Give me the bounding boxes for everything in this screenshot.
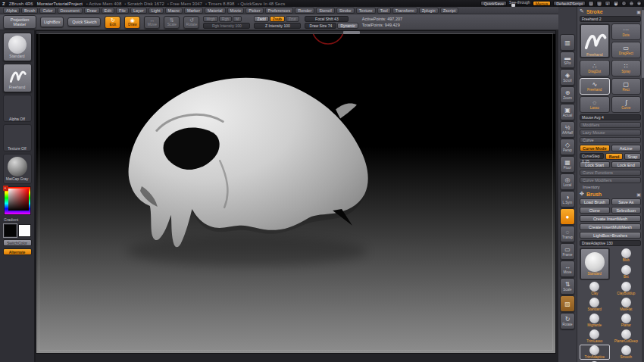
- right-shelf-button[interactable]: ●: [560, 208, 575, 225]
- quick-sketch-button[interactable]: Quick Sketch: [67, 17, 101, 27]
- menu-item[interactable]: File: [116, 8, 129, 14]
- secondary-color-swatch[interactable]: [18, 224, 31, 237]
- create-insertmultimesh-button[interactable]: Create InsertMultiMesh: [580, 223, 641, 230]
- titlebar-icon[interactable]: ▤: [588, 1, 594, 6]
- brush-button[interactable]: Blob: [611, 248, 642, 263]
- current-brush-slot[interactable]: Standard: [3, 33, 32, 61]
- save-as-button[interactable]: Save As: [611, 198, 642, 205]
- stroke-type-button[interactable]: ∴ DragDot: [580, 60, 610, 76]
- menu-item[interactable]: Tool: [377, 8, 391, 14]
- brush-button[interactable]: Smooth: [611, 345, 642, 360]
- right-shelf-button[interactable]: ◇ Persp: [560, 139, 575, 155]
- rgb-button[interactable]: Rgb: [219, 16, 232, 22]
- menu-item[interactable]: Document: [58, 8, 83, 14]
- canvas-top-scrollbar[interactable]: [36, 31, 555, 34]
- brush-button[interactable]: Standard: [580, 297, 610, 312]
- menu-item[interactable]: Draw: [84, 8, 100, 14]
- see-through-track[interactable]: [511, 5, 528, 6]
- zsub-button[interactable]: Zsub: [270, 16, 285, 22]
- window-control-button[interactable]: □: [629, 1, 634, 6]
- stroke-top-slider[interactable]: Freehand 2: [580, 16, 641, 22]
- zcut-button[interactable]: Zcut: [286, 16, 299, 22]
- titlebar-icon[interactable]: ◐: [605, 1, 611, 6]
- right-shelf-button[interactable]: ⇅ Scale: [560, 278, 575, 295]
- window-control-button[interactable]: –: [621, 1, 627, 6]
- menu-item[interactable]: Transform: [392, 8, 417, 14]
- brush-button[interactable]: PlanarCutDeep: [611, 329, 642, 344]
- right-shelf-button[interactable]: ◑ L.Sym: [560, 191, 575, 208]
- stroke-type-button[interactable]: ▢ Rect: [611, 78, 642, 95]
- menus-toggle-button[interactable]: Menus: [533, 1, 552, 6]
- brush-button[interactable]: Planar: [611, 313, 642, 328]
- menu-item[interactable]: Color: [39, 8, 55, 14]
- quicksave-button[interactable]: QuickSave: [480, 1, 507, 6]
- stroke-type-button[interactable]: ◌ Lasso: [580, 96, 610, 113]
- menu-item[interactable]: Macro: [165, 8, 183, 14]
- snap-button[interactable]: Snap: [624, 153, 641, 160]
- titlebar-icon[interactable]: ▥: [596, 1, 602, 6]
- menu-item[interactable]: Stencil: [316, 8, 335, 14]
- draw-size-slider[interactable]: Draw Size 74: [305, 23, 336, 29]
- select-icon-button[interactable]: SelectIcon: [611, 207, 642, 214]
- mrgb-button[interactable]: Mrgb: [203, 16, 217, 22]
- menu-item[interactable]: Zplugin: [419, 8, 439, 14]
- current-brush-preview[interactable]: Standard: [580, 248, 610, 280]
- lock-end-button[interactable]: Lock End: [611, 161, 642, 168]
- move-mode-button[interactable]: ↔Move: [144, 16, 160, 29]
- menu-item[interactable]: Brush: [21, 8, 38, 14]
- stroke-palette-header[interactable]: ✎︎ Stroke ▣: [580, 8, 641, 14]
- stroke-type-button[interactable]: ▭ DragRect: [611, 42, 642, 58]
- load-brush-button[interactable]: Load Brush: [580, 198, 610, 205]
- skull-body[interactable]: [129, 78, 368, 248]
- current-stroke-preview[interactable]: Freehand: [580, 23, 610, 58]
- mouse-avg-slider[interactable]: Mouse Avg 4: [580, 114, 641, 120]
- brush-button[interactable]: Clay: [580, 281, 610, 296]
- menu-item[interactable]: Movie: [227, 8, 245, 14]
- brush-palette-header[interactable]: ✥︎ Brush ▣: [580, 191, 641, 197]
- right-shelf-button[interactable]: ▬ SPix: [560, 51, 575, 68]
- curve-modifiers-section[interactable]: Curve Modifiers: [580, 177, 641, 183]
- right-shelf-button[interactable]: ↔ Move: [560, 261, 575, 277]
- right-shelf-button[interactable]: ▣ Actual: [560, 104, 575, 120]
- menu-item[interactable]: Stroke: [336, 8, 355, 14]
- right-shelf-button[interactable]: ▥: [560, 34, 575, 51]
- main-color-swatch[interactable]: [4, 224, 17, 237]
- focal-shift-slider[interactable]: Focal Shift 43: [305, 16, 349, 22]
- sculpt-mesh[interactable]: [36, 31, 555, 353]
- lightbox-button[interactable]: LightBox: [40, 17, 64, 27]
- zadd-button[interactable]: Zadd: [254, 16, 268, 22]
- edit-mode-button[interactable]: ↻Edit: [105, 16, 120, 29]
- menu-item[interactable]: Edit: [102, 8, 114, 14]
- draw-mode-button[interactable]: ◉Draw: [124, 16, 140, 29]
- right-shelf-button[interactable]: ◈ Scroll: [560, 69, 575, 86]
- draw-adaptive-slider[interactable]: DrawAdaptive 130: [580, 240, 641, 246]
- right-shelf-button[interactable]: ½ AAHalf: [560, 121, 575, 138]
- canvas-scroll-handle[interactable]: [343, 31, 360, 34]
- as-line-button[interactable]: AsLine: [611, 145, 642, 151]
- create-insertmesh-button[interactable]: Create InsertMesh: [580, 215, 641, 222]
- titlebar-icon[interactable]: ◉: [613, 1, 619, 6]
- right-shelf-button[interactable]: ⊕ Zoom: [560, 86, 575, 103]
- window-control-button[interactable]: ×: [636, 1, 642, 6]
- menu-item[interactable]: Picker: [245, 8, 263, 14]
- menu-item[interactable]: Layer: [130, 8, 147, 14]
- see-through-slider[interactable]: See-through: [509, 1, 530, 6]
- stroke-type-button[interactable]: ∷ Spray: [611, 60, 642, 76]
- dynamic-button[interactable]: Dynamic: [337, 23, 358, 29]
- right-shelf-button[interactable]: ▭ Frame: [560, 243, 575, 260]
- brush-button[interactable]: Mignarde: [580, 313, 610, 328]
- curve-functions-section[interactable]: Curve Functions: [580, 170, 641, 176]
- brush-button[interactable]: MaxFlat: [611, 297, 642, 312]
- document-canvas[interactable]: [36, 30, 556, 354]
- switch-color-button[interactable]: SwitchColor: [3, 239, 32, 246]
- m-button[interactable]: M: [233, 16, 242, 22]
- curve-step-slider[interactable]: CurveStep 0.25: [580, 153, 604, 159]
- rgb-intensity-slider[interactable]: Rgb Intensity 100: [203, 23, 250, 29]
- alternate-button[interactable]: Alternate: [3, 248, 32, 255]
- stroke-type-button[interactable]: ∫ Curve: [611, 96, 642, 113]
- brush-button[interactable]: Bst: [611, 264, 642, 279]
- right-shelf-button[interactable]: ▨: [560, 295, 575, 312]
- menu-item[interactable]: Light: [148, 8, 164, 14]
- brush-button[interactable]: TrimLasso: [580, 329, 610, 344]
- brush-collapse-icon[interactable]: ▣: [636, 192, 641, 197]
